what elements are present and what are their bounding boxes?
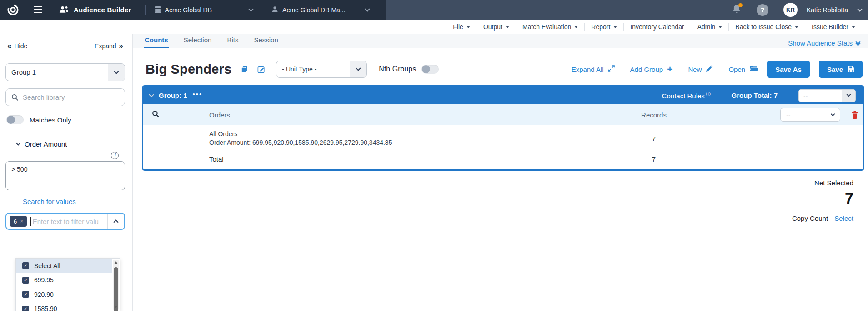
contact-rules-link[interactable]: Contact Rules ⓘ (662, 91, 711, 100)
tab-counts[interactable]: Counts (144, 33, 169, 48)
menu-item-output[interactable]: Output (477, 23, 516, 31)
checkbox-checked-icon[interactable]: ✓ (22, 262, 29, 269)
value-option[interactable]: ✓ 1585.90 (16, 302, 112, 311)
info-icon[interactable]: i (111, 152, 119, 159)
new-button[interactable]: New (688, 65, 713, 74)
field-order-amount[interactable]: Order Amount (16, 140, 125, 148)
search-icon (11, 94, 19, 101)
menu-item-admin[interactable]: Admin (691, 23, 729, 31)
matches-only-label: Matches Only (30, 116, 71, 124)
chevron-up-icon (113, 219, 118, 224)
total-records: 7 (586, 155, 722, 163)
menubar: File Output Match Evaluation Report Inve… (0, 20, 868, 34)
expand-panel-button[interactable]: Expand» (92, 41, 123, 51)
column-header-orders[interactable]: Orders (209, 111, 586, 119)
top-app-bar: Audience Builder Acme Global DB Acme Glo… (0, 0, 868, 20)
top-bar-right-section: ? KR Katie Robilotta (732, 3, 868, 17)
value-filter-input[interactable]: 6 × Enter text to filter valu (5, 213, 125, 230)
search-library-input[interactable]: Search library (5, 88, 125, 106)
tab-bits[interactable]: Bits (226, 33, 239, 48)
tab-selection[interactable]: Selection (183, 33, 213, 48)
collapse-group-chevron-icon[interactable] (149, 92, 154, 97)
checkbox-checked-icon[interactable]: ✓ (22, 277, 29, 284)
audience-db-selector[interactable]: Acme Global DB Ma... (269, 6, 372, 14)
search-icon[interactable] (152, 110, 160, 118)
group-dropdown[interactable]: -- (798, 89, 856, 102)
app-logo-icon[interactable] (6, 4, 19, 16)
chevron-down-icon (15, 140, 20, 145)
row-dropdown[interactable]: -- (780, 108, 840, 122)
select-chevron-section (350, 61, 366, 77)
hamburger-menu-icon[interactable] (34, 6, 42, 14)
expand-all-button[interactable]: Expand All (572, 65, 615, 73)
dropdown-scrollbar[interactable] (113, 260, 119, 310)
group-menu-icon[interactable]: ••• (193, 90, 203, 98)
menu-item-file[interactable]: File (447, 23, 477, 31)
chip-remove-icon[interactable]: × (20, 218, 23, 224)
folder-open-icon (749, 65, 758, 73)
new-label: New (688, 66, 702, 73)
app-title: Audience Builder (74, 6, 131, 14)
chevron-down-icon[interactable] (857, 6, 862, 11)
group-title: Group: 1 (159, 92, 187, 99)
scroll-up-arrow-icon[interactable] (114, 261, 118, 264)
scroll-down-arrow-icon[interactable] (114, 306, 118, 308)
save-as-button[interactable]: Save As (767, 61, 810, 78)
value-option-label: Select All (34, 262, 60, 270)
hide-panel-button[interactable]: «Hide (7, 41, 30, 51)
show-audience-stats-label: Show Audience Stats (788, 39, 853, 47)
checkbox-checked-icon[interactable]: ✓ (22, 306, 29, 311)
row-dropdown-value: -- (786, 111, 790, 118)
database-selector[interactable]: Acme Global DB (152, 6, 256, 14)
menu-item-report[interactable]: Report (584, 23, 623, 31)
tab-session[interactable]: Session (253, 33, 279, 48)
nth-groups-toggle[interactable] (421, 65, 439, 74)
help-icon[interactable]: ? (757, 4, 768, 16)
menu-item-inventory-calendar[interactable]: Inventory Calendar (623, 23, 690, 31)
user-avatar[interactable]: KR (783, 3, 798, 17)
save-button[interactable]: Save (819, 61, 863, 78)
user-name: Katie Robilotta (807, 6, 848, 14)
topbar-divider (145, 5, 146, 15)
collapse-dropdown-button[interactable] (107, 214, 124, 229)
divider (0, 133, 130, 133)
copy-icon[interactable] (241, 66, 248, 73)
value-dropdown: ✓ Select All ✓ 699.95 ✓ 920.90 ✓ 1585.90… (15, 258, 120, 311)
text-cursor (30, 217, 31, 226)
chevron-down-icon (356, 66, 361, 71)
copy-count-select-link[interactable]: Select (834, 214, 853, 222)
selected-count-chip[interactable]: 6 × (10, 216, 27, 227)
scrollbar-thumb[interactable] (114, 267, 118, 311)
notifications-bell-icon[interactable] (732, 4, 742, 15)
table-row[interactable]: All Orders Order Amount: 699.95,920.90,1… (143, 125, 863, 150)
delete-trash-icon[interactable] (851, 111, 858, 119)
add-group-button[interactable]: Add Group + (630, 66, 673, 73)
table-total-row: Total 7 (143, 150, 863, 169)
menu-item-issue-builder[interactable]: Issue Builder (805, 23, 862, 31)
menu-item-label: File (453, 23, 463, 31)
menu-item-back-to-issue-close[interactable]: Back to Issue Close (728, 23, 805, 31)
pencil-icon (706, 65, 713, 74)
unit-type-select[interactable]: - Unit Type - (276, 61, 367, 78)
menu-item-match-evaluation[interactable]: Match Evaluation (516, 23, 584, 31)
edit-icon[interactable] (257, 66, 265, 73)
caret-down-icon (795, 26, 798, 28)
matches-only-toggle[interactable] (6, 115, 24, 124)
chevron-down-icon (248, 6, 253, 11)
caret-down-icon (574, 26, 578, 28)
menu-item-label: Issue Builder (812, 23, 848, 31)
criteria-textarea[interactable]: > 500 (5, 161, 125, 190)
checkbox-checked-icon[interactable]: ✓ (22, 291, 29, 298)
value-option[interactable]: ✓ 699.95 (16, 273, 112, 288)
net-selected-panel: Net Selected 7 Copy Count Select (133, 179, 868, 222)
column-header-records[interactable]: Records (586, 111, 722, 119)
open-button[interactable]: Open (728, 65, 758, 73)
group-total: Group Total: 7 (732, 92, 778, 99)
group-select[interactable]: Group 1 (5, 63, 125, 81)
search-for-values-link[interactable]: Search for values (23, 198, 76, 205)
value-option[interactable]: ✓ 920.90 (16, 287, 112, 302)
total-label: Total (209, 155, 586, 163)
expand-arrows-icon (608, 65, 615, 73)
value-option[interactable]: ✓ Select All (16, 259, 112, 273)
show-audience-stats-link[interactable]: Show Audience Stats (788, 39, 860, 48)
